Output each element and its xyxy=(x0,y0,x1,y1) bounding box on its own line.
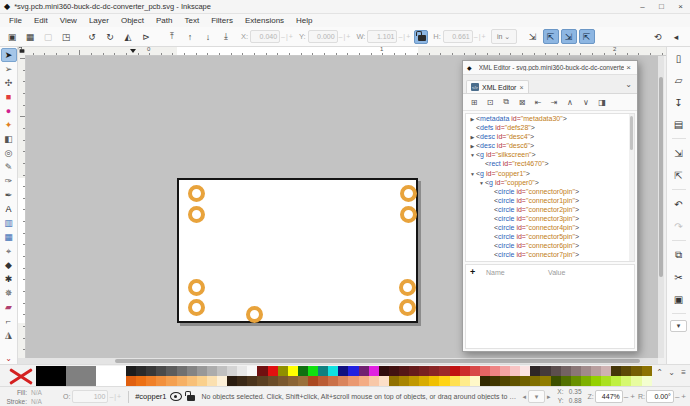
menu-extensions[interactable]: Extensions xyxy=(239,16,290,25)
palette-swatch[interactable] xyxy=(540,376,550,386)
palette-swatch[interactable] xyxy=(177,376,187,386)
palette-swatch[interactable] xyxy=(126,376,136,386)
measure-tool[interactable]: ◮ xyxy=(1,328,17,342)
ellipse-tool[interactable]: ● xyxy=(1,104,17,118)
palette-swatch[interactable] xyxy=(490,366,500,376)
palette-swatch[interactable] xyxy=(247,376,257,386)
palette-swatch[interactable] xyxy=(156,376,166,386)
lower-to-bottom-button[interactable]: ⤓ xyxy=(218,29,234,44)
palette-swatch[interactable] xyxy=(429,366,439,376)
open-document-button[interactable]: ▱ xyxy=(670,72,688,88)
xml-tree-scrollbar[interactable] xyxy=(629,114,634,261)
menu-help[interactable]: Help xyxy=(290,16,318,25)
paste-button[interactable]: ▣ xyxy=(670,291,688,307)
palette-swatch[interactable] xyxy=(581,366,591,376)
xml-node-metadata30[interactable]: ▶<metadata id="metadata30"> xyxy=(466,114,634,123)
menu-filters[interactable]: Filters xyxy=(205,16,239,25)
palette-swatch[interactable] xyxy=(288,376,298,386)
xml-tree-scrollbar-thumb[interactable] xyxy=(630,116,633,150)
palette-swatch[interactable] xyxy=(359,366,369,376)
spray-tool[interactable]: ✵ xyxy=(1,286,17,300)
palette-swatch[interactable] xyxy=(551,376,561,386)
palette-swatch[interactable] xyxy=(419,376,429,386)
palette-swatch[interactable] xyxy=(177,366,187,376)
h-spinner[interactable]: –|+ xyxy=(474,33,487,40)
select-all-button[interactable]: ▣ xyxy=(4,29,20,44)
palette-swatch[interactable] xyxy=(379,376,389,386)
palette-swatch[interactable] xyxy=(409,376,419,386)
palette-swatch[interactable] xyxy=(591,366,601,376)
palette-swatch[interactable] xyxy=(136,376,146,386)
move-gradients-toggle[interactable]: ⇲ xyxy=(561,29,577,44)
x-spinner[interactable]: –|+ xyxy=(281,33,294,40)
vertical-scrollbar[interactable] xyxy=(658,47,664,358)
palette-swatch[interactable] xyxy=(318,376,328,386)
palette-swatch[interactable] xyxy=(166,366,176,376)
pcb-pad-connector3pin[interactable] xyxy=(400,206,417,223)
palette-swatch[interactable] xyxy=(166,376,176,386)
selector-tool[interactable]: ➤ xyxy=(1,48,17,62)
delete-node-button[interactable]: ⊠ xyxy=(516,98,528,107)
connector-tool[interactable]: ⌐ xyxy=(1,314,17,328)
palette-swatch[interactable] xyxy=(530,376,540,386)
new-element-node-button[interactable]: ⊞ xyxy=(468,98,480,107)
palette-swatch[interactable] xyxy=(328,376,338,386)
palette-swatch[interactable] xyxy=(338,376,348,386)
palette-swatch[interactable] xyxy=(601,376,611,386)
fill-stroke-indicator[interactable]: Fill: N/A Stroke: N/A xyxy=(3,388,57,406)
menu-view[interactable]: View xyxy=(54,16,83,25)
palette-swatch[interactable] xyxy=(187,366,197,376)
menu-file[interactable]: File xyxy=(3,16,28,25)
palette-swatch[interactable] xyxy=(460,376,470,386)
xml-node-connector3pin[interactable]: <circle id="connector3pin"> xyxy=(466,214,634,223)
move-node-up-button[interactable]: ∧ xyxy=(564,98,576,107)
palette-swatch[interactable] xyxy=(520,366,530,376)
rotation-input[interactable]: 0.00° xyxy=(646,390,674,403)
xml-node-copper1[interactable]: ▼<g id="copper1"> xyxy=(466,169,634,178)
palette-swatch[interactable] xyxy=(540,366,550,376)
palette-swatch[interactable] xyxy=(187,376,197,386)
add-attribute-button[interactable]: + xyxy=(470,267,486,277)
swatch-gray[interactable] xyxy=(66,366,96,386)
palette-swatch[interactable] xyxy=(571,376,581,386)
palette-swatch[interactable] xyxy=(257,366,267,376)
rotation-plus-button[interactable]: + xyxy=(681,392,686,401)
palette-swatch[interactable] xyxy=(197,376,207,386)
palette-swatch[interactable] xyxy=(520,376,530,386)
eraser-tool[interactable]: ▰ xyxy=(1,300,17,314)
menu-text[interactable]: Text xyxy=(179,16,206,25)
toolbar-collapse-button[interactable]: ◂ xyxy=(668,29,684,44)
lock-width-height-button[interactable] xyxy=(414,30,428,44)
flip-vertical-button[interactable]: ⊳ xyxy=(138,29,154,44)
rotate-ccw-button[interactable]: ↺ xyxy=(84,29,100,44)
layer-menu-button[interactable]: ▾ xyxy=(528,390,545,403)
palette-swatch[interactable] xyxy=(298,376,308,386)
palette-swatch[interactable] xyxy=(631,366,641,376)
pcb-pad-connector2pin[interactable] xyxy=(400,185,417,202)
palette-swatch[interactable] xyxy=(500,376,510,386)
palette-swatch[interactable] xyxy=(207,376,217,386)
palette-swatch[interactable] xyxy=(611,376,621,386)
palette-swatch[interactable] xyxy=(399,366,409,376)
gradient-tool[interactable]: ▥ xyxy=(1,216,17,230)
lower-button[interactable]: ↓ xyxy=(200,29,216,44)
swatch-none[interactable] xyxy=(8,366,34,386)
close-button[interactable]: × xyxy=(671,0,690,13)
spiral-tool[interactable]: ◎ xyxy=(1,146,17,160)
palette-swatch[interactable] xyxy=(530,366,540,376)
pcb-pad-connector4pin[interactable] xyxy=(188,279,205,296)
pencil-tool[interactable]: ✎ xyxy=(1,160,17,174)
vertical-ruler[interactable] xyxy=(18,55,26,358)
shape-builder-tool[interactable]: ✣ xyxy=(1,76,17,90)
dropper-tool[interactable]: ⌖ xyxy=(1,244,17,258)
current-layer-name[interactable]: #copper1 xyxy=(135,392,166,401)
box-3d-tool[interactable]: ◧ xyxy=(1,132,17,146)
import-image-button[interactable]: ⇲ xyxy=(670,145,688,161)
opacity-input[interactable]: 100 xyxy=(72,390,108,403)
palette-swatch[interactable] xyxy=(389,376,399,386)
xml-node-connector6pin[interactable]: <circle id="connector6pin"> xyxy=(466,241,634,250)
swatch-black[interactable] xyxy=(36,366,66,386)
xml-node-connector1pin[interactable]: <circle id="connector1pin"> xyxy=(466,196,634,205)
xml-node-desc4[interactable]: ▶<desc id="desc4"> xyxy=(466,132,634,141)
tab-xml-editor[interactable]: </> XML Editor × xyxy=(466,80,529,93)
